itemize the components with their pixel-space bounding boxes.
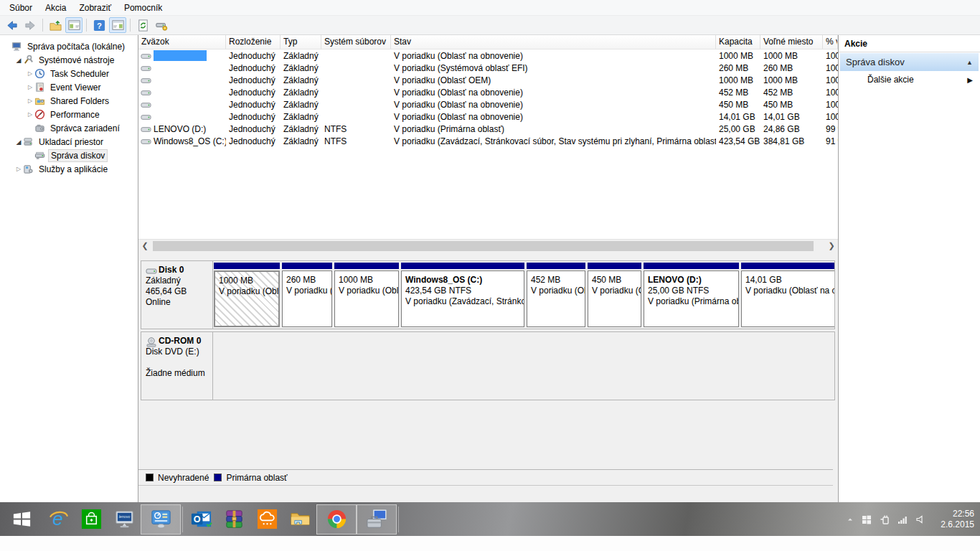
- legend-label: Nevyhradené: [158, 473, 209, 483]
- column-header-5[interactable]: Kapacita: [716, 35, 760, 49]
- actions-item-more-actions[interactable]: Ďalšie akcie ▶: [839, 71, 980, 88]
- rescan-disks-button[interactable]: [153, 17, 170, 33]
- partition-5[interactable]: 450 MBV poriadku (Oblasť na obnovenie): [588, 263, 641, 327]
- console-tree-button[interactable]: [65, 17, 83, 33]
- screen: SúborAkciaZobraziťPomocník ? Správa počí…: [0, 0, 980, 551]
- tray-volume-button[interactable]: [915, 514, 926, 525]
- volume-row-5[interactable]: JednoduchýZákladnýV poriadku (Oblasť na …: [138, 110, 838, 123]
- tree-item-shared-folders[interactable]: ▷Shared Folders: [0, 94, 138, 108]
- taskbar-winrar-button[interactable]: [217, 504, 250, 534]
- tray-show-hidden-button[interactable]: [846, 515, 854, 524]
- taskbar-internet-explorer-button[interactable]: e: [42, 504, 75, 534]
- tree-item-performance[interactable]: ▷Performance: [0, 108, 138, 121]
- column-header-4[interactable]: Stav: [391, 35, 716, 49]
- partition-body[interactable]: LENOVO (D:)25,00 GB NTFSV poriadku (Prim…: [644, 270, 739, 327]
- volume-row-1[interactable]: JednoduchýZákladnýV poriadku (Systémová …: [138, 62, 838, 74]
- volume-row-0[interactable]: JednoduchýZákladnýV poriadku (Oblasť na …: [138, 50, 838, 62]
- collapsed-arrow-icon[interactable]: ▷: [26, 70, 34, 77]
- partition-6[interactable]: LENOVO (D:)25,00 GB NTFSV poriadku (Prim…: [644, 263, 739, 327]
- partition-4[interactable]: 452 MBV poriadku (Oblasť na obnovenie): [527, 263, 585, 327]
- collapsed-arrow-icon[interactable]: ▷: [26, 84, 34, 90]
- refresh-button[interactable]: [134, 17, 151, 33]
- menu-pomocnk[interactable]: Pomocník: [118, 1, 169, 14]
- partition-body[interactable]: 1000 MBV poriadku (Oblasť na obnovenie): [214, 270, 280, 327]
- taskbar-control-panel-button[interactable]: [141, 504, 181, 534]
- collapsed-arrow-icon[interactable]: ▷: [26, 98, 34, 104]
- taskbar-outlook-button[interactable]: O: [184, 504, 217, 534]
- collapsed-arrow-icon[interactable]: ▷: [26, 111, 34, 118]
- computer-icon: [11, 41, 22, 52]
- disk0-name: Disk 0: [159, 265, 184, 276]
- taskbar-weather-button[interactable]: [250, 504, 283, 534]
- expanded-arrow-icon[interactable]: ◢: [14, 57, 23, 64]
- column-header-2[interactable]: Typ: [281, 35, 321, 49]
- column-header-1[interactable]: Rozloženie: [226, 35, 281, 49]
- volume-row-3[interactable]: JednoduchýZákladnýV poriadku (Oblasť na …: [138, 86, 838, 98]
- volume-row-4[interactable]: JednoduchýZákladnýV poriadku (Oblasť na …: [138, 98, 838, 110]
- cell-capacity: 260 MB: [716, 63, 760, 73]
- tree-item-spr-vca-zariaden-[interactable]: Správca zariadení: [0, 121, 138, 135]
- tray-power-button[interactable]: [879, 514, 890, 525]
- help-button[interactable]: ?: [90, 17, 108, 33]
- partition-body[interactable]: 14,01 GBV poriadku (Oblasť na obnovenie): [741, 270, 834, 327]
- tree-item-spr-va-diskov[interactable]: Správa diskov: [0, 149, 138, 162]
- partition-body[interactable]: 450 MBV poriadku (Oblasť na obnovenie): [588, 270, 641, 327]
- legend-swatch: [214, 474, 222, 481]
- partition-3[interactable]: Windows8_OS (C:)423,54 GB NTFSV poriadku…: [401, 263, 524, 327]
- taskbar-file-explorer-button[interactable]: [283, 504, 316, 534]
- weather-icon: [256, 508, 278, 530]
- tree-item-ukladac-priestor[interactable]: ◢Ukladací priestor: [0, 135, 138, 149]
- volume-name-selection[interactable]: [154, 50, 207, 61]
- tray-action-center-button[interactable]: [861, 514, 872, 525]
- cdrom-info[interactable]: CD-ROM 0 Disk DVD (E:) Žiadne médium: [141, 332, 213, 400]
- volume-row-7[interactable]: Windows8_OS (C:)JednoduchýZákladnýNTFSV …: [138, 135, 838, 147]
- cell-pct: 99 %: [823, 124, 838, 134]
- tree-item-task-scheduler[interactable]: ▷Task Scheduler: [0, 67, 138, 80]
- partition-body[interactable]: 1000 MBV poriadku (Oblasť OEM): [334, 270, 399, 327]
- back-button[interactable]: [3, 17, 20, 33]
- tree-item-event-viewer[interactable]: ▷Event Viewer: [0, 80, 138, 94]
- taskbar-divider: [398, 507, 399, 532]
- horizontal-scrollbar[interactable]: ❮ ❯: [138, 239, 838, 252]
- partition-body[interactable]: 452 MBV poriadku (Oblasť na obnovenie): [527, 270, 585, 327]
- partition-body[interactable]: 260 MBV poriadku (Systémová oblasť EFI): [282, 270, 332, 327]
- disk0-info[interactable]: Disk 0 Základný 465,64 GB Online: [141, 261, 213, 329]
- cell-layout: Jednoduchý: [226, 88, 281, 98]
- partition-body[interactable]: Windows8_OS (C:)423,54 GB NTFSV poriadku…: [401, 270, 524, 327]
- taskbar-chrome-button[interactable]: [316, 504, 357, 534]
- tree-item-spr-va-po-ta-a-lok-lne-[interactable]: Správa počítača (lokálne): [0, 39, 138, 53]
- tree-item-slu-by-a-aplik-cie[interactable]: ▷Služby a aplikácie: [0, 162, 138, 176]
- forward-button[interactable]: [22, 17, 39, 33]
- taskbar-start-button[interactable]: [1, 504, 42, 534]
- menu-akcia[interactable]: Akcia: [39, 1, 72, 14]
- partition-1[interactable]: 260 MBV poriadku (Systémová oblasť EFI): [282, 263, 332, 327]
- rescan-disks-icon: [155, 19, 169, 32]
- menu-sbor[interactable]: Súbor: [3, 1, 39, 14]
- taskbar-computer-management-button[interactable]: [357, 504, 397, 534]
- tree-item-syst-mov-n-stroje[interactable]: ◢Systémové nástroje: [0, 53, 138, 67]
- column-header-0[interactable]: Zväzok: [138, 35, 226, 49]
- column-header-7[interactable]: % v: [823, 35, 838, 49]
- taskbar-lenovo-button[interactable]: lenovo: [108, 504, 141, 534]
- column-header-6[interactable]: Voľné miesto: [760, 35, 823, 49]
- clock-time: 22:56: [937, 509, 974, 519]
- taskbar-store-button[interactable]: [75, 504, 108, 534]
- action-pane-button[interactable]: [109, 17, 126, 33]
- scroll-right-icon[interactable]: ❯: [825, 240, 838, 253]
- column-header-3[interactable]: Systém súborov: [321, 35, 391, 49]
- collapse-icon[interactable]: ▲: [966, 59, 973, 66]
- scroll-left-icon[interactable]: ❮: [138, 240, 151, 253]
- menu-zobrazi[interactable]: Zobraziť: [72, 1, 118, 14]
- up-folder-button[interactable]: [47, 17, 64, 33]
- actions-section-disk-management[interactable]: Správa diskov ▲: [840, 53, 979, 71]
- taskbar-clock[interactable]: 22:562.6.2015: [933, 509, 974, 530]
- partition-7[interactable]: 14,01 GBV poriadku (Oblasť na obnovenie): [741, 263, 834, 327]
- collapsed-arrow-icon[interactable]: ▷: [14, 166, 23, 172]
- volume-row-6[interactable]: LENOVO (D:)JednoduchýZákladnýNTFSV poria…: [138, 123, 838, 135]
- partition-0[interactable]: 1000 MBV poriadku (Oblasť na obnovenie): [214, 263, 280, 327]
- partition-2[interactable]: 1000 MBV poriadku (Oblasť OEM): [334, 263, 399, 327]
- volume-row-2[interactable]: JednoduchýZákladnýV poriadku (Oblasť OEM…: [138, 74, 838, 86]
- tray-network-button[interactable]: [897, 514, 908, 525]
- scrollbar-thumb[interactable]: [153, 241, 814, 251]
- expanded-arrow-icon[interactable]: ◢: [14, 138, 23, 146]
